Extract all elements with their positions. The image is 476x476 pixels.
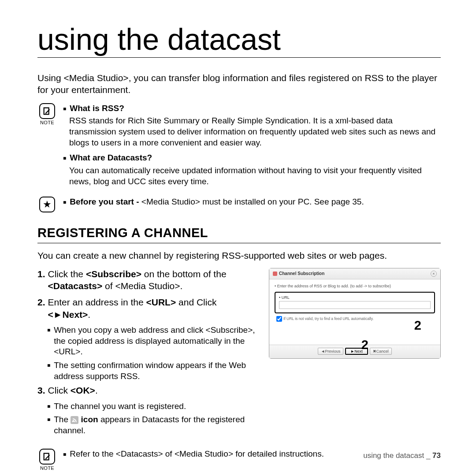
step-3: 3. Click <OK>. xyxy=(37,384,261,396)
url-input[interactable] xyxy=(279,301,431,309)
note-icon xyxy=(39,449,55,465)
note-block-rss: NOTE ■What is RSS? RSS stands for Rich S… xyxy=(37,103,441,192)
step-num: 3. xyxy=(37,384,45,396)
step-2: 2. Enter an address in the <URL> and Cli… xyxy=(37,296,261,320)
step-3-sub-2: ■The icon appears in Datacasts for the r… xyxy=(47,414,261,436)
rss-icon xyxy=(71,416,78,424)
note-body-text: RSS stands for Rich Site Summary or Real… xyxy=(63,115,441,148)
dialog-hint: • Enter the address of RSS or Blog to ad… xyxy=(275,284,435,288)
step-2-sub-1: ■When you copy a web address and click <… xyxy=(47,325,261,357)
intro-text: Using <Media Studio>, you can transfer b… xyxy=(37,72,441,96)
note-heading: What is RSS? xyxy=(70,104,124,113)
dialog-button-row: ◄Previous ►Next ✖Cancel xyxy=(269,345,440,358)
dialog-titlebar: Channel Subscription × xyxy=(269,268,440,279)
callout-number: 2 xyxy=(361,338,368,352)
step-num: 2. xyxy=(37,296,45,320)
star-icon: ★ xyxy=(39,197,55,212)
callout-number: 2 xyxy=(414,318,421,333)
page-footer: using the datacast _ 73 xyxy=(363,451,441,460)
section-heading: REGISTERING A CHANNEL xyxy=(37,226,441,243)
url-label: • URL xyxy=(279,295,431,300)
dialog-title-text: Channel Subscription xyxy=(279,271,324,276)
dialog-app-icon xyxy=(273,271,277,276)
step-3-sub-1: ■The channel you want is registered. xyxy=(47,401,261,412)
auto-find-checkbox[interactable] xyxy=(276,316,282,322)
star-block: ★ ■Before you start - <Media Studio> mus… xyxy=(37,197,441,212)
section-intro: You can create a new channel by register… xyxy=(37,249,441,261)
note-label: NOTE xyxy=(40,120,54,125)
close-icon[interactable]: × xyxy=(431,271,437,277)
before-start-text: <Media Studio> must be installed on your… xyxy=(139,197,364,206)
channel-subscription-dialog: Channel Subscription × • Enter the addre… xyxy=(269,268,441,359)
previous-button[interactable]: ◄Previous xyxy=(318,348,343,355)
page-title: using the datacast xyxy=(37,22,441,58)
note-icon xyxy=(39,103,55,119)
url-group-highlight: • URL xyxy=(275,292,435,313)
note-body-text-2: You can automatically receive updated in… xyxy=(63,165,441,187)
step-num: 1. xyxy=(37,268,45,292)
note-label: NOTE xyxy=(40,465,54,471)
step-2-sub-2: ■The setting confirmation window appears… xyxy=(47,360,261,382)
cancel-button[interactable]: ✖Cancel xyxy=(370,348,392,355)
step-1: 1. Click the <Subscribe> on the bottom o… xyxy=(37,268,261,292)
before-start-label: Before you start - xyxy=(70,197,139,206)
dialog-checkbox-row[interactable]: If URL is not valid, try to find a feed … xyxy=(275,316,435,322)
two-column: 1. Click the <Subscribe> on the bottom o… xyxy=(37,268,441,439)
note-heading-2: What are Datacasts? xyxy=(70,153,152,162)
